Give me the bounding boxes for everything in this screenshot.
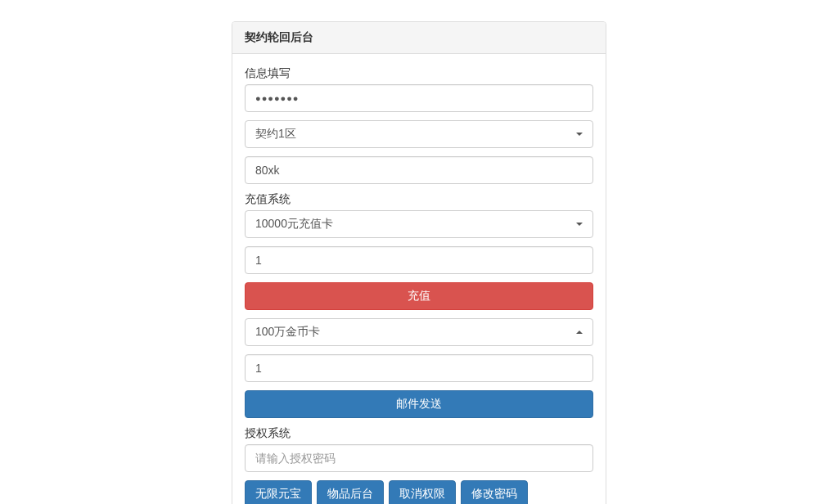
info-label: 信息填写 [245, 66, 593, 81]
auth-password-input[interactable] [245, 444, 593, 472]
server-select[interactable]: 契约1区 [245, 120, 593, 148]
mail-send-button[interactable]: 邮件发送 [245, 390, 593, 418]
panel-title: 契约轮回后台 [232, 22, 606, 54]
mail-item-value: 100万金币卡 [255, 325, 320, 340]
recharge-card-value: 10000元充值卡 [255, 217, 333, 232]
panel-body: 信息填写 契约1区 充值系统 10000元充值卡 充值 100万金币卡 邮件发送… [232, 54, 606, 504]
chevron-down-icon [576, 223, 583, 226]
action-button-row: 无限元宝 物品后台 取消权限 修改密码 [245, 480, 593, 504]
cancel-permission-button[interactable]: 取消权限 [389, 480, 456, 504]
recharge-label: 充值系统 [245, 192, 593, 207]
recharge-quantity-input[interactable] [245, 246, 593, 274]
mail-quantity-input[interactable] [245, 354, 593, 382]
server-select-value: 契约1区 [255, 127, 296, 142]
chevron-down-icon [576, 133, 583, 136]
recharge-button[interactable]: 充值 [245, 282, 593, 310]
change-password-button[interactable]: 修改密码 [461, 480, 528, 504]
unlimited-yuanbao-button[interactable]: 无限元宝 [245, 480, 312, 504]
admin-panel: 契约轮回后台 信息填写 契约1区 充值系统 10000元充值卡 充值 100万金… [232, 21, 606, 504]
recharge-card-select[interactable]: 10000元充值卡 [245, 210, 593, 238]
mail-item-select[interactable]: 100万金币卡 [245, 318, 593, 346]
item-backend-button[interactable]: 物品后台 [317, 480, 384, 504]
password-input[interactable] [245, 84, 593, 112]
auth-label: 授权系统 [245, 426, 593, 441]
chevron-up-icon [576, 331, 583, 334]
account-input[interactable] [245, 156, 593, 184]
